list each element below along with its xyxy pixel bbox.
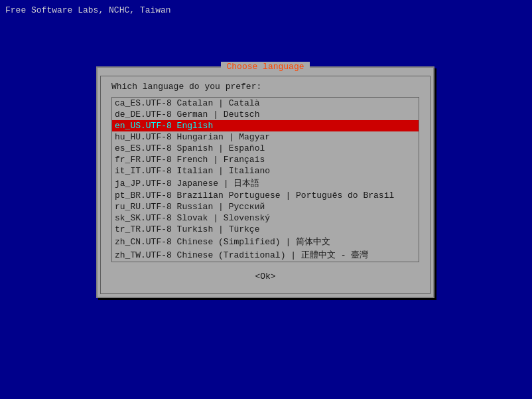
dialog-prompt: Which language do you prefer: [111, 82, 419, 92]
lang-item[interactable]: en_US.UTF-8 English [112, 120, 419, 131]
lang-item[interactable]: it_IT.UTF-8 Italian | Italiano [112, 165, 419, 177]
selected-row-container: en_US.UTF-8 English↩ [112, 120, 419, 131]
lang-item[interactable]: tr_TR.UTF-8 Turkish | Türkçe [112, 224, 419, 235]
language-list: ca_ES.UTF-8 Catalan | Catalàde_DE.UTF-8 … [111, 97, 419, 262]
header-text: Free Software Labs, NCHC, Taiwan [5, 5, 171, 15]
lang-item[interactable]: ja_JP.UTF-8 Japanese | 日本語 [112, 177, 419, 190]
ok-button[interactable]: <Ok> [249, 270, 281, 283]
lang-item[interactable]: fr_FR.UTF-8 French | Français [112, 154, 419, 165]
dialog-title: Choose language [221, 62, 309, 72]
lang-item[interactable]: zh_CN.UTF-8 Chinese (Simplified) | 简体中文 [112, 235, 419, 248]
lang-item[interactable]: pt_BR.UTF-8 Brazilian Portuguese | Portu… [112, 190, 419, 201]
lang-item[interactable]: ru_RU.UTF-8 Russian | Русский [112, 201, 419, 212]
ok-button-row: <Ok> [111, 270, 419, 283]
dialog-inner: Which language do you prefer: ca_ES.UTF-… [100, 76, 431, 294]
lang-item[interactable]: hu_HU.UTF-8 Hungarian | Magyar [112, 131, 419, 143]
lang-item[interactable]: es_ES.UTF-8 Spanish | Español [112, 143, 419, 154]
lang-item[interactable]: zh_TW.UTF-8 Chinese (Traditional) | 正體中文… [112, 248, 419, 262]
dialog-container: Choose language Which language do you pr… [96, 66, 434, 298]
lang-item[interactable]: de_DE.UTF-8 German | Deutsch [112, 109, 419, 120]
dialog-title-bar: Choose language [98, 61, 433, 72]
lang-item[interactable]: ca_ES.UTF-8 Catalan | Català [112, 98, 419, 109]
lang-item[interactable]: sk_SK.UTF-8 Slovak | Slovenský [112, 212, 419, 224]
